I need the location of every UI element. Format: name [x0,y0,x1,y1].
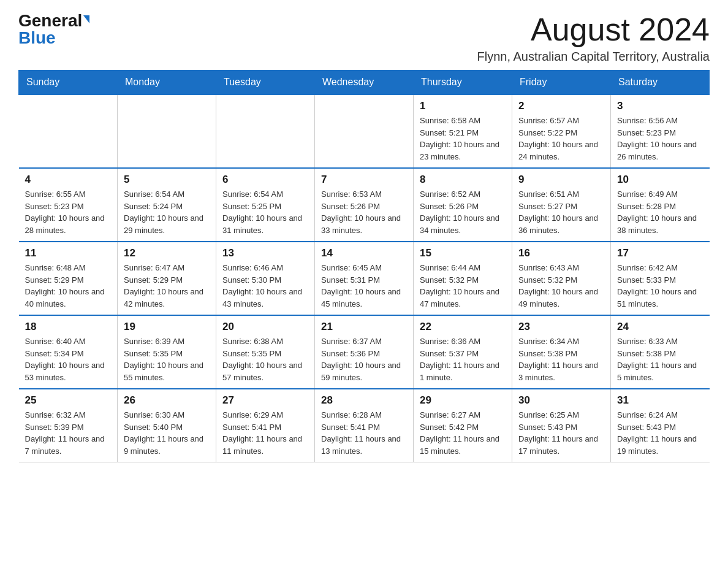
day-number: 20 [222,321,308,333]
day-number: 27 [222,394,308,407]
day-number: 12 [124,247,210,259]
day-header-sunday: Sunday [19,71,118,95]
calendar-cell: 20Sunrise: 6:38 AMSunset: 5:35 PMDayligh… [216,315,315,389]
day-number: 25 [25,394,112,407]
day-info: Sunrise: 6:24 AMSunset: 5:43 PMDaylight:… [617,409,703,457]
calendar-header-row: SundayMondayTuesdayWednesdayThursdayFrid… [19,71,710,95]
calendar-week-row: 11Sunrise: 6:48 AMSunset: 5:29 PMDayligh… [19,242,710,315]
calendar-cell: 3Sunrise: 6:56 AMSunset: 5:23 PMDaylight… [611,94,710,168]
calendar-week-row: 25Sunrise: 6:32 AMSunset: 5:39 PMDayligh… [19,389,710,462]
logo: GeneralBlue [18,12,89,47]
day-info: Sunrise: 6:42 AMSunset: 5:33 PMDaylight:… [617,262,703,310]
calendar-cell [19,94,118,168]
day-number: 23 [518,321,604,333]
calendar-cell: 29Sunrise: 6:27 AMSunset: 5:42 PMDayligh… [414,389,512,462]
day-info: Sunrise: 6:40 AMSunset: 5:34 PMDaylight:… [25,335,112,383]
day-info: Sunrise: 6:25 AMSunset: 5:43 PMDaylight:… [518,409,604,457]
day-number: 29 [420,394,506,407]
calendar-cell: 19Sunrise: 6:39 AMSunset: 5:35 PMDayligh… [118,315,216,389]
calendar-cell: 14Sunrise: 6:45 AMSunset: 5:31 PMDayligh… [315,242,414,315]
calendar-cell: 21Sunrise: 6:37 AMSunset: 5:36 PMDayligh… [315,315,414,389]
month-title: August 2024 [477,12,710,47]
day-info: Sunrise: 6:47 AMSunset: 5:29 PMDaylight:… [124,262,210,310]
day-info: Sunrise: 6:32 AMSunset: 5:39 PMDaylight:… [25,409,112,457]
calendar-table: SundayMondayTuesdayWednesdayThursdayFrid… [18,70,710,462]
day-number: 4 [25,174,112,186]
day-header-monday: Monday [118,71,216,95]
calendar-cell: 15Sunrise: 6:44 AMSunset: 5:32 PMDayligh… [414,242,512,315]
day-info: Sunrise: 6:57 AMSunset: 5:22 PMDaylight:… [518,115,604,163]
calendar-cell: 26Sunrise: 6:30 AMSunset: 5:40 PMDayligh… [118,389,216,462]
day-info: Sunrise: 6:27 AMSunset: 5:42 PMDaylight:… [420,409,506,457]
day-number: 9 [518,174,604,186]
day-info: Sunrise: 6:53 AMSunset: 5:26 PMDaylight:… [321,188,407,236]
logo-blue: Blue [18,28,56,47]
day-header-friday: Friday [512,71,611,95]
day-info: Sunrise: 6:49 AMSunset: 5:28 PMDaylight:… [617,188,703,236]
day-info: Sunrise: 6:58 AMSunset: 5:21 PMDaylight:… [420,115,506,163]
day-info: Sunrise: 6:52 AMSunset: 5:26 PMDaylight:… [420,188,506,236]
day-info: Sunrise: 6:45 AMSunset: 5:31 PMDaylight:… [321,262,407,310]
calendar-cell: 13Sunrise: 6:46 AMSunset: 5:30 PMDayligh… [216,242,315,315]
calendar-cell: 18Sunrise: 6:40 AMSunset: 5:34 PMDayligh… [19,315,118,389]
calendar-cell: 6Sunrise: 6:54 AMSunset: 5:25 PMDaylight… [216,168,315,242]
calendar-cell: 17Sunrise: 6:42 AMSunset: 5:33 PMDayligh… [611,242,710,315]
day-number: 24 [617,321,703,333]
day-number: 19 [124,321,210,333]
day-number: 2 [518,100,604,112]
day-info: Sunrise: 6:38 AMSunset: 5:35 PMDaylight:… [222,335,308,383]
day-number: 21 [321,321,407,333]
calendar-week-row: 1Sunrise: 6:58 AMSunset: 5:21 PMDaylight… [19,94,710,168]
day-info: Sunrise: 6:48 AMSunset: 5:29 PMDaylight:… [25,262,112,310]
calendar-cell: 4Sunrise: 6:55 AMSunset: 5:23 PMDaylight… [19,168,118,242]
calendar-cell: 1Sunrise: 6:58 AMSunset: 5:21 PMDaylight… [414,94,512,168]
calendar-cell: 5Sunrise: 6:54 AMSunset: 5:24 PMDaylight… [118,168,216,242]
calendar-cell: 23Sunrise: 6:34 AMSunset: 5:38 PMDayligh… [512,315,611,389]
calendar-cell: 10Sunrise: 6:49 AMSunset: 5:28 PMDayligh… [611,168,710,242]
day-header-tuesday: Tuesday [216,71,315,95]
calendar-cell: 24Sunrise: 6:33 AMSunset: 5:38 PMDayligh… [611,315,710,389]
day-number: 5 [124,174,210,186]
calendar-cell: 16Sunrise: 6:43 AMSunset: 5:32 PMDayligh… [512,242,611,315]
calendar-cell: 7Sunrise: 6:53 AMSunset: 5:26 PMDaylight… [315,168,414,242]
logo-triangle-icon [83,15,89,23]
calendar-week-row: 18Sunrise: 6:40 AMSunset: 5:34 PMDayligh… [19,315,710,389]
day-number: 26 [124,394,210,407]
calendar-cell: 27Sunrise: 6:29 AMSunset: 5:41 PMDayligh… [216,389,315,462]
calendar-cell [216,94,315,168]
calendar-cell: 28Sunrise: 6:28 AMSunset: 5:41 PMDayligh… [315,389,414,462]
calendar-cell [315,94,414,168]
calendar-cell: 30Sunrise: 6:25 AMSunset: 5:43 PMDayligh… [512,389,611,462]
day-number: 14 [321,247,407,259]
day-info: Sunrise: 6:44 AMSunset: 5:32 PMDaylight:… [420,262,506,310]
calendar-cell: 31Sunrise: 6:24 AMSunset: 5:43 PMDayligh… [611,389,710,462]
day-number: 7 [321,174,407,186]
day-info: Sunrise: 6:29 AMSunset: 5:41 PMDaylight:… [222,409,308,457]
day-number: 17 [617,247,703,259]
day-number: 10 [617,174,703,186]
day-number: 22 [420,321,506,333]
day-info: Sunrise: 6:43 AMSunset: 5:32 PMDaylight:… [518,262,604,310]
day-number: 13 [222,247,308,259]
day-info: Sunrise: 6:54 AMSunset: 5:24 PMDaylight:… [124,188,210,236]
day-info: Sunrise: 6:56 AMSunset: 5:23 PMDaylight:… [617,115,703,163]
day-number: 30 [518,394,604,407]
day-info: Sunrise: 6:51 AMSunset: 5:27 PMDaylight:… [518,188,604,236]
page-header: GeneralBlue August 2024 Flynn, Australia… [18,12,710,64]
day-info: Sunrise: 6:36 AMSunset: 5:37 PMDaylight:… [420,335,506,383]
day-info: Sunrise: 6:39 AMSunset: 5:35 PMDaylight:… [124,335,210,383]
day-number: 18 [25,321,112,333]
day-header-saturday: Saturday [611,71,710,95]
calendar-cell: 8Sunrise: 6:52 AMSunset: 5:26 PMDaylight… [414,168,512,242]
day-info: Sunrise: 6:34 AMSunset: 5:38 PMDaylight:… [518,335,604,383]
day-header-thursday: Thursday [414,71,512,95]
day-number: 3 [617,100,703,112]
logo-text: GeneralBlue [18,12,89,47]
calendar-cell: 25Sunrise: 6:32 AMSunset: 5:39 PMDayligh… [19,389,118,462]
day-number: 15 [420,247,506,259]
day-number: 31 [617,394,703,407]
day-number: 1 [420,100,506,112]
day-number: 8 [420,174,506,186]
day-info: Sunrise: 6:54 AMSunset: 5:25 PMDaylight:… [222,188,308,236]
day-info: Sunrise: 6:55 AMSunset: 5:23 PMDaylight:… [25,188,112,236]
